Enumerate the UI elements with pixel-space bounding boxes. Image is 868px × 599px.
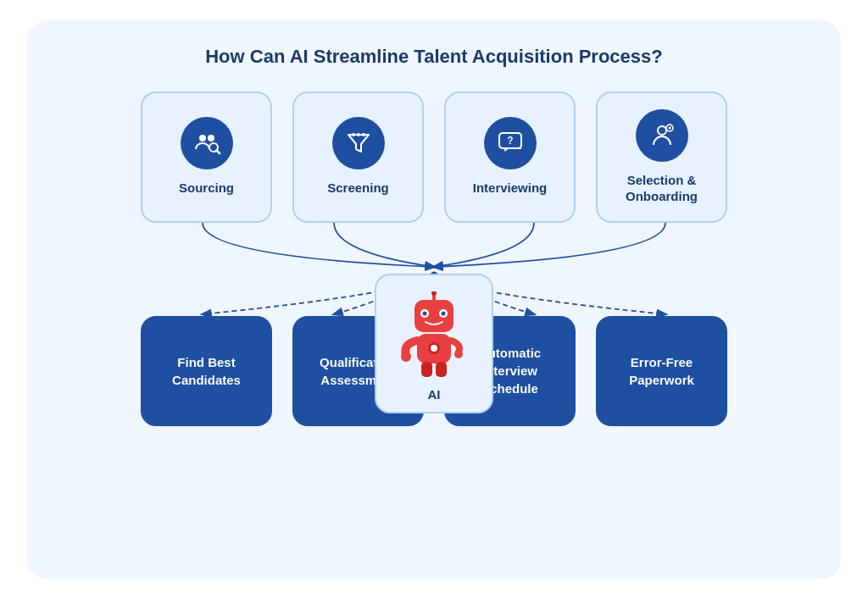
svg-line-3 [216, 151, 220, 154]
svg-point-11 [668, 126, 670, 129]
ai-card: AI [375, 274, 493, 413]
paperwork-label: Error-Free Paperwork [606, 353, 717, 389]
svg-point-21 [431, 345, 437, 352]
interviewing-label: Interviewing [473, 180, 548, 197]
svg-point-5 [357, 133, 360, 136]
sourcing-card: Sourcing [141, 92, 272, 223]
screening-icon [332, 117, 385, 169]
diagram-container: How Can AI Streamline Talent Acquisition… [27, 20, 841, 580]
svg-point-23 [454, 350, 463, 358]
svg-rect-24 [421, 362, 432, 377]
main-flow: Sourcing Screening [61, 92, 807, 426]
selection-card: Selection & Onboarding [596, 92, 727, 223]
screening-card: Screening [292, 92, 424, 223]
find-candidates-card: Find Best Candidates [141, 316, 272, 426]
svg-point-0 [199, 135, 206, 141]
svg-point-9 [658, 126, 666, 135]
sourcing-icon [181, 117, 233, 169]
selection-icon [636, 109, 688, 162]
svg-point-17 [423, 311, 427, 315]
robot-icon [396, 291, 472, 384]
interviewing-card: ? Interviewing [444, 92, 576, 223]
ai-label: AI [428, 387, 441, 402]
svg-point-18 [442, 311, 446, 315]
screening-label: Screening [327, 180, 389, 197]
svg-point-22 [401, 352, 411, 362]
selection-label: Selection & Onboarding [598, 172, 726, 205]
interviewing-icon: ? [484, 117, 537, 169]
svg-point-14 [431, 291, 437, 296]
svg-text:?: ? [507, 135, 513, 147]
find-candidates-label: Find Best Candidates [151, 353, 262, 389]
svg-rect-12 [415, 300, 453, 332]
svg-point-4 [352, 133, 355, 136]
top-cards-row: Sourcing Screening [141, 92, 727, 223]
page-title: How Can AI Streamline Talent Acquisition… [205, 46, 663, 68]
svg-point-6 [362, 133, 365, 136]
svg-point-1 [208, 135, 214, 141]
sourcing-label: Sourcing [179, 180, 234, 197]
paperwork-card: Error-Free Paperwork [596, 316, 727, 426]
svg-rect-25 [436, 362, 447, 377]
